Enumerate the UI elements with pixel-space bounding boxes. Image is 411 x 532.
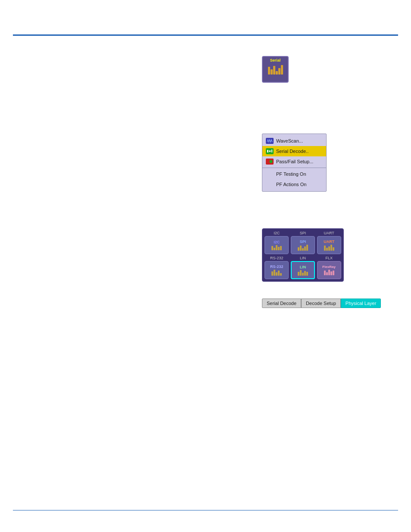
protocol-cell-flx: FLX FlexRay: [317, 256, 341, 279]
protocol-button-rs232[interactable]: RS-232: [265, 261, 289, 279]
bar3: [273, 66, 275, 75]
i2c-bars: [271, 245, 282, 250]
b4: [304, 246, 306, 251]
menu-item-wavescan[interactable]: WaveScan...: [262, 136, 326, 146]
b2: [326, 248, 328, 251]
protocol-button-label-flx: FlexRay: [322, 265, 336, 269]
protocol-cell-uart: UART UART: [317, 231, 341, 254]
b2: [274, 248, 275, 250]
b2: [300, 246, 302, 251]
b5: [280, 246, 282, 250]
svg-rect-1: [269, 150, 271, 152]
menu-item-passfail[interactable]: Pass/Fail Setup...: [262, 156, 326, 167]
protocol-button-label-lin: LIN: [300, 265, 306, 269]
protocol-button-label-spi: SPI: [300, 240, 306, 244]
protocol-label-spi: SPI: [300, 231, 306, 235]
serial-decode-menu-icon: [266, 148, 274, 154]
wavescan-icon: [266, 138, 274, 144]
tab-bar: Serial Decode Decode Setup Physical Laye…: [262, 299, 381, 308]
b1: [324, 246, 326, 251]
protocol-button-spi[interactable]: SPI: [291, 236, 315, 254]
b4: [278, 247, 280, 250]
protocol-label-uart: UART: [324, 231, 334, 235]
protocol-label-i2c: I2C: [274, 231, 280, 235]
b2: [300, 270, 302, 276]
serial-button-icon: [268, 65, 283, 75]
menu-item-pf-actions[interactable]: PF Actions On: [262, 179, 326, 190]
bottom-divider-line: [13, 510, 398, 510]
b5: [280, 273, 282, 276]
b3: [276, 245, 277, 250]
bar2: [271, 69, 273, 75]
passfail-icon: [266, 159, 274, 165]
protocol-button-label-rs232: RS-232: [270, 264, 283, 269]
top-divider-line: [13, 34, 398, 36]
b1: [324, 271, 326, 275]
b4: [278, 271, 280, 276]
protocol-label-lin: LIN: [300, 256, 306, 260]
menu-item-pf-testing-label: PF Testing On: [276, 171, 306, 177]
menu-item-pf-actions-label: PF Actions On: [276, 182, 306, 187]
b3: [302, 273, 304, 276]
svg-point-4: [270, 160, 273, 163]
b2: [326, 272, 328, 275]
svg-rect-2: [271, 149, 272, 152]
menu-separator-1: [262, 168, 326, 168]
b4: [304, 271, 306, 276]
b3: [302, 248, 304, 251]
tab-serial-decode[interactable]: Serial Decode: [262, 299, 301, 308]
spi-bars: [298, 245, 308, 251]
b1: [271, 246, 273, 250]
b1: [298, 247, 299, 251]
tab-physical-layer[interactable]: Physical Layer: [341, 299, 381, 308]
dropdown-menu: WaveScan... Serial Decode.. Pass/: [262, 134, 327, 192]
bar1: [268, 67, 270, 75]
protocol-button-flx[interactable]: FlexRay: [317, 261, 341, 279]
b3: [328, 270, 330, 275]
b5: [306, 272, 308, 276]
menu-item-serial-decode[interactable]: Serial Decode..: [262, 146, 326, 156]
protocol-button-label-i2c: I2C: [274, 240, 280, 244]
protocol-cell-i2c: I2C I2C: [265, 231, 289, 254]
pf-actions-icon: [266, 181, 274, 187]
b1: [298, 272, 299, 276]
b4: [330, 271, 332, 275]
bar5: [278, 68, 280, 75]
serial-button-area: Serial: [262, 56, 289, 83]
protocol-cell-spi: SPI SPI: [291, 231, 315, 254]
rs232-bars: [271, 270, 282, 276]
b5: [306, 245, 308, 251]
pf-testing-icon: [266, 171, 274, 177]
protocol-label-rs232: RS-232: [270, 256, 283, 260]
protocol-button-label-uart: UART: [324, 240, 334, 244]
b3: [276, 272, 277, 276]
b1: [271, 271, 273, 276]
uart-bars: [324, 245, 334, 251]
b5: [333, 247, 334, 251]
serial-button-label: Serial: [270, 58, 281, 62]
b5: [333, 271, 334, 275]
lin-bars: [298, 270, 308, 276]
svg-rect-0: [267, 150, 268, 152]
b3: [328, 246, 330, 251]
protocol-button-uart[interactable]: UART: [317, 236, 341, 254]
protocol-grid: I2C I2C SPI SPI UART: [262, 228, 344, 282]
b4: [330, 245, 332, 251]
protocol-cell-lin: LIN LIN: [291, 256, 315, 279]
serial-button[interactable]: Serial: [262, 56, 289, 83]
b2: [274, 270, 275, 276]
protocol-cell-rs232: RS-232 RS-232: [265, 256, 289, 279]
flx-bars: [324, 270, 334, 275]
protocol-button-lin[interactable]: LIN: [291, 261, 315, 279]
protocol-button-i2c[interactable]: I2C: [265, 236, 289, 254]
menu-item-pf-testing[interactable]: PF Testing On: [262, 169, 326, 179]
bar6: [281, 65, 283, 75]
menu-item-serial-decode-label: Serial Decode..: [276, 149, 308, 154]
tab-decode-setup[interactable]: Decode Setup: [301, 299, 341, 308]
protocol-label-flx: FLX: [325, 256, 333, 260]
bar4: [276, 71, 278, 75]
menu-item-wavescan-label: WaveScan...: [276, 138, 303, 143]
menu-item-passfail-label: Pass/Fail Setup...: [276, 159, 313, 164]
